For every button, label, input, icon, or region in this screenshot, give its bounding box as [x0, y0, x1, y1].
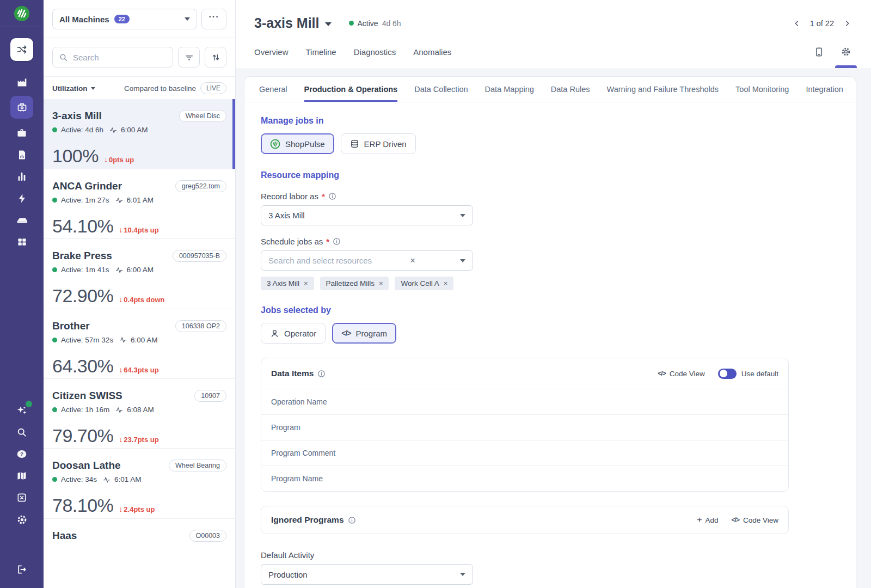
tab-warning-failure-thresholds[interactable]: Warning and Failure Thresholds: [607, 77, 719, 102]
tab-production-operations[interactable]: Production & Operations: [304, 77, 398, 102]
resource-chip: 3 Axis Mill ×: [261, 277, 314, 290]
sidebar-item-assistant[interactable]: [10, 400, 33, 421]
chevron-down-icon: [460, 214, 465, 217]
sidebar-item-power[interactable]: [10, 187, 33, 209]
status-dot: [52, 267, 57, 272]
machine-icon: [16, 102, 28, 113]
default-activity-value: Production: [268, 570, 308, 579]
operator-option-button[interactable]: Operator: [261, 323, 326, 344]
schedule-jobs-multiselect[interactable]: Search and select resources ×: [261, 250, 473, 271]
sidebar-item-map[interactable]: [10, 465, 33, 487]
down-arrow-icon: ↓: [119, 295, 122, 304]
metric-selector[interactable]: Utilization: [52, 84, 95, 93]
notification-dot: [26, 401, 32, 407]
clear-selection-icon[interactable]: ×: [410, 256, 421, 266]
remove-chip-icon[interactable]: ×: [444, 279, 448, 287]
next-machine-button[interactable]: [843, 19, 851, 28]
machine-list-item[interactable]: ANCA Grinder greg522.tom Active: 1m 27s …: [44, 169, 235, 238]
machine-name: Haas: [52, 530, 77, 542]
gear-icon: [16, 514, 28, 525]
search-placeholder: Search: [73, 53, 99, 62]
data-items-code-view-button[interactable]: </> Code View: [658, 370, 704, 378]
page-title: 3-axis Mill: [254, 15, 320, 31]
schedule-jobs-placeholder: Search and select resources: [268, 256, 372, 265]
sidebar-item-logout[interactable]: [10, 559, 33, 580]
machine-list-item[interactable]: Citizen SWISS 10907 Active: 1h 16m 6:08 …: [44, 378, 235, 448]
sidebar-item-parts[interactable]: [10, 122, 33, 144]
machine-name: Brake Press: [52, 250, 112, 262]
chevron-down-icon: [460, 259, 465, 262]
tab-diagnostics[interactable]: Diagnostics: [354, 47, 396, 57]
machine-list: 3-axis Mill Wheel Disc Active: 4d 6h 6:0…: [44, 99, 235, 588]
data-item-row[interactable]: Program Name: [261, 465, 788, 491]
data-item-row[interactable]: Program: [261, 414, 788, 440]
data-item-row[interactable]: Program Comment: [261, 440, 788, 465]
machine-list-item[interactable]: Brother 106338 OP2 Active: 57m 32s 6:00 …: [44, 309, 235, 378]
grid-icon: [17, 237, 27, 247]
data-item-label: Program Name: [271, 474, 323, 483]
utilization-value: 78.10%: [52, 495, 113, 516]
status-dot: [52, 127, 57, 132]
tab-data-mapping[interactable]: Data Mapping: [485, 77, 534, 102]
add-ignored-program-button[interactable]: + Add: [697, 515, 718, 525]
default-activity-select[interactable]: Production: [261, 564, 473, 585]
tab-timeline[interactable]: Timeline: [306, 47, 336, 57]
sidebar-item-search[interactable]: [10, 421, 33, 443]
machine-list-item[interactable]: Brake Press 000957035-B Active: 1m 41s 6…: [44, 238, 235, 308]
sidebar-item-factory[interactable]: [10, 71, 33, 93]
plus-icon: +: [697, 515, 702, 525]
tab-general[interactable]: General: [259, 77, 287, 102]
tab-integration[interactable]: Integration: [806, 77, 843, 102]
shuffle-view-button[interactable]: [10, 38, 33, 61]
status-dot: [52, 407, 57, 412]
tab-anomalies[interactable]: Anomalies: [413, 47, 451, 57]
program-option-button[interactable]: </> Program: [332, 323, 396, 344]
sidebar-item-keyboard[interactable]: [10, 209, 33, 231]
tab-data-collection[interactable]: Data Collection: [414, 77, 468, 102]
tablet-view-button[interactable]: [814, 47, 824, 57]
use-default-toggle[interactable]: Use default: [718, 369, 778, 379]
tab-overview[interactable]: Overview: [254, 47, 289, 57]
prev-machine-button[interactable]: [793, 19, 801, 28]
machine-settings-button[interactable]: [841, 42, 851, 61]
shoppulse-option-button[interactable]: ShopPulse: [261, 133, 334, 154]
machine-time: 6:01 AM: [127, 196, 154, 204]
data-item-row[interactable]: Operation Name: [261, 389, 788, 414]
sort-button[interactable]: [205, 47, 226, 68]
remove-chip-icon[interactable]: ×: [379, 279, 383, 287]
machine-search-input[interactable]: Search: [52, 47, 173, 68]
sidebar-item-settings[interactable]: [10, 509, 33, 530]
sidebar-item-scanner[interactable]: [10, 487, 33, 509]
record-labor-select[interactable]: 3 Axis Mill: [261, 205, 473, 225]
more-options-button[interactable]: ···: [201, 9, 226, 29]
sidebar-item-machines[interactable]: [10, 96, 33, 119]
tab-tool-monitoring[interactable]: Tool Monitoring: [735, 77, 789, 102]
machine-time: 6:00 AM: [131, 336, 158, 344]
machine-list-item[interactable]: Haas O00003: [44, 518, 235, 588]
machine-list-item[interactable]: 3-axis Mill Wheel Disc Active: 4d 6h 6:0…: [44, 99, 235, 169]
data-item-label: Program: [271, 423, 300, 432]
schedule-jobs-label: Schedule jobs as: [261, 237, 323, 246]
sidebar-item-reports[interactable]: [10, 144, 33, 166]
status-dot: [349, 21, 354, 26]
tab-data-rules[interactable]: Data Rules: [551, 77, 590, 102]
remove-chip-icon[interactable]: ×: [304, 279, 308, 287]
sidebar-item-analytics[interactable]: [10, 166, 33, 187]
filter-button[interactable]: [178, 47, 200, 68]
machine-name: ANCA Grinder: [52, 180, 122, 192]
ignored-programs-code-view-button[interactable]: </> Code View: [732, 516, 778, 524]
machine-name: 3-axis Mill: [52, 110, 102, 122]
shoppulse-label: ShopPulse: [285, 139, 325, 149]
machine-status: Active: 34s: [61, 475, 97, 483]
info-icon: [333, 237, 341, 246]
code-icon: </>: [341, 329, 351, 338]
erp-driven-option-button[interactable]: ERP Driven: [341, 133, 416, 154]
sidebar-item-help[interactable]: ?: [10, 443, 33, 465]
sidebar-item-apps[interactable]: [10, 231, 33, 253]
machine-list-item[interactable]: Doosan Lathe Wheel Bearing Active: 34s 6…: [44, 448, 235, 518]
machine-group-select[interactable]: All Machines 22: [52, 9, 197, 29]
title-dropdown-caret[interactable]: [325, 22, 332, 26]
machine-time: 6:00 AM: [127, 266, 154, 274]
data-items-title: Data Items: [271, 369, 314, 378]
utilization-delta: ↓23.7pts up: [119, 435, 158, 444]
